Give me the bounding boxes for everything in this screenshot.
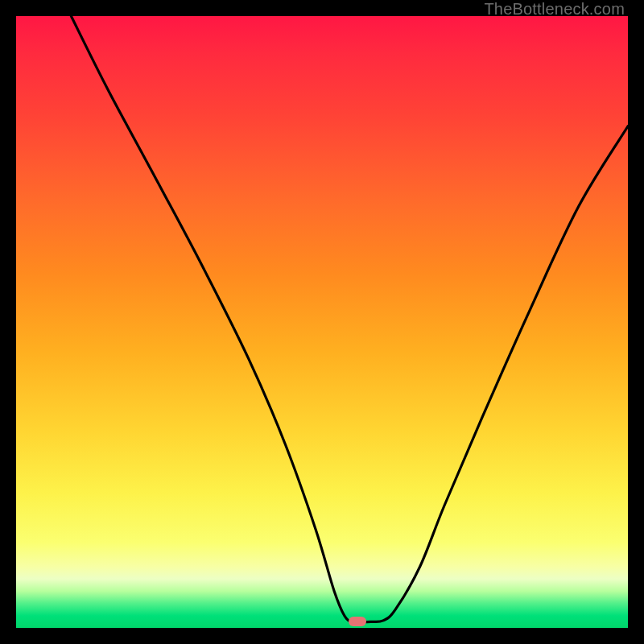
plot-area: [16, 16, 628, 628]
chart-frame: TheBottleneck.com: [0, 0, 644, 644]
curve-path: [71, 16, 628, 622]
optimal-marker: [349, 617, 366, 626]
bottleneck-curve: [16, 16, 628, 628]
watermark-text: TheBottleneck.com: [484, 0, 625, 19]
